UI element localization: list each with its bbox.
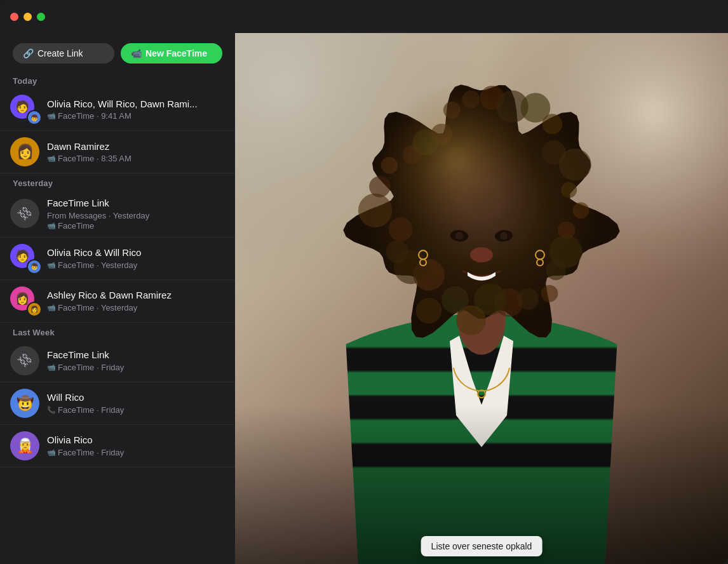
video-icon: 📹	[47, 363, 56, 372]
call-time: FaceTime · Yesterday	[58, 303, 137, 312]
avatar-link: ⛓	[10, 346, 39, 375]
new-facetime-label: New FaceTime	[145, 48, 207, 58]
list-item[interactable]: 🤠 Will Rico 📞 FaceTime · Friday	[0, 382, 235, 425]
list-item[interactable]: 🧑 👦 Olivia Rico & Will Rico 📹 FaceTime ·…	[0, 238, 235, 280]
video-icon: 📹	[47, 448, 56, 457]
call-type: FaceTime	[58, 221, 94, 231]
create-link-label: Create Link	[37, 48, 83, 58]
call-time: FaceTime · Yesterday	[58, 260, 137, 270]
call-list: Today 🧑 👦 Olivia Rico, Will Rico, Dawn R…	[0, 71, 235, 564]
list-item[interactable]: ⛓ FaceTime Link 📹 FaceTime · Friday	[0, 340, 235, 382]
call-meta: From Messages · Yesterday	[47, 211, 225, 220]
call-meta: 📹 FaceTime · Friday	[47, 448, 225, 457]
video-icon: 📹	[47, 112, 56, 120]
call-meta-line2: 📹 FaceTime	[47, 221, 225, 231]
phone-icon: 📞	[47, 406, 56, 414]
call-time: FaceTime · 9:41 AM	[58, 111, 131, 121]
call-info: FaceTime Link 📹 FaceTime · Friday	[47, 349, 225, 372]
call-meta: 📞 FaceTime · Friday	[47, 405, 225, 415]
list-item[interactable]: 👩 👩 Ashley Rico & Dawn Ramirez 📹 FaceTim…	[0, 280, 235, 323]
avatar-group: 👩 👩	[10, 286, 39, 316]
facetime-photo-canvas	[235, 33, 728, 564]
avatar-small: 👦	[27, 259, 42, 274]
call-time: FaceTime · Friday	[58, 363, 124, 372]
avatar-group: 🧑 👦	[10, 244, 39, 273]
avatar-link: ⛓	[10, 199, 39, 228]
minimize-button[interactable]	[24, 13, 32, 21]
list-item[interactable]: ⛓ FaceTime Link From Messages · Yesterda…	[0, 191, 235, 238]
call-meta: 📹 FaceTime · Friday	[47, 363, 225, 372]
avatar-group: 🧑 👦	[10, 95, 39, 124]
call-name: Ashley Rico & Dawn Ramirez	[47, 289, 225, 302]
new-facetime-button[interactable]: 📹 New FaceTime	[121, 43, 222, 64]
call-info: Ashley Rico & Dawn Ramirez 📹 FaceTime · …	[47, 289, 225, 312]
call-meta: 📹 FaceTime · 9:41 AM	[47, 111, 225, 121]
close-button[interactable]	[10, 13, 18, 21]
call-info: Olivia Rico & Will Rico 📹 FaceTime · Yes…	[47, 246, 225, 270]
tooltip-box: Liste over seneste opkald	[421, 536, 543, 556]
call-info: Olivia Rico 📹 FaceTime · Friday	[47, 434, 225, 457]
link-icon: ⛓	[15, 204, 34, 223]
avatar: 🧝	[10, 431, 39, 460]
call-info: FaceTime Link From Messages · Yesterday …	[47, 197, 225, 231]
video-icon: 📹	[47, 154, 56, 163]
link-icon: ⛓	[15, 351, 34, 370]
call-name: Will Rico	[47, 391, 225, 404]
sidebar-header: 🔗 Create Link 📹 New FaceTime	[0, 33, 235, 71]
call-info: Olivia Rico, Will Rico, Dawn Rami... 📹 F…	[47, 98, 225, 121]
call-name: Olivia Rico, Will Rico, Dawn Rami...	[47, 98, 225, 111]
list-item[interactable]: 👩 Dawn Ramirez 📹 FaceTime · 8:35 AM	[0, 131, 235, 173]
call-meta: 📹 FaceTime · Yesterday	[47, 260, 225, 270]
section-today: Today	[0, 71, 235, 88]
video-icon: 📹	[47, 304, 56, 312]
list-item[interactable]: 🧑 👦 Olivia Rico, Will Rico, Dawn Rami...…	[0, 88, 235, 131]
tooltip-text: Liste over seneste opkald	[431, 541, 532, 551]
facetime-window: 🔗 Create Link 📹 New FaceTime Today 🧑	[0, 0, 728, 564]
call-name: Olivia Rico & Will Rico	[47, 246, 225, 259]
maximize-button[interactable]	[37, 13, 45, 21]
video-icon: 📹	[47, 261, 56, 269]
list-item[interactable]: 🧝 Olivia Rico 📹 FaceTime · Friday	[0, 425, 235, 467]
call-time: FaceTime · Friday	[58, 405, 124, 415]
video-camera-icon: 📹	[131, 48, 142, 58]
video-icon: 📹	[47, 222, 56, 230]
title-bar	[0, 0, 728, 33]
call-meta: 📹 FaceTime · 8:35 AM	[47, 154, 225, 163]
call-info: Will Rico 📞 FaceTime · Friday	[47, 391, 225, 415]
call-time: FaceTime · 8:35 AM	[58, 154, 131, 163]
avatar-small: 👩	[27, 302, 42, 317]
avatar-small: 👦	[27, 110, 42, 125]
source-text: From Messages · Yesterday	[47, 211, 149, 220]
section-last-week: Last Week	[0, 323, 235, 340]
call-name: FaceTime Link	[47, 349, 225, 361]
create-link-button[interactable]: 🔗 Create Link	[13, 43, 114, 64]
call-name: Dawn Ramirez	[47, 140, 225, 153]
traffic-lights	[10, 13, 45, 21]
main-layout: 🔗 Create Link 📹 New FaceTime Today 🧑	[0, 33, 728, 564]
avatar: 👩	[10, 137, 39, 166]
tooltip-area: Liste over seneste opkald	[408, 528, 555, 564]
link-icon: 🔗	[23, 48, 34, 58]
call-time: FaceTime · Friday	[58, 448, 124, 457]
section-yesterday: Yesterday	[0, 173, 235, 191]
avatar: 🤠	[10, 389, 39, 418]
right-panel: Liste over seneste opkald	[235, 33, 728, 564]
call-info: Dawn Ramirez 📹 FaceTime · 8:35 AM	[47, 140, 225, 164]
call-name: Olivia Rico	[47, 434, 225, 446]
sidebar: 🔗 Create Link 📹 New FaceTime Today 🧑	[0, 33, 235, 564]
call-name: FaceTime Link	[47, 197, 225, 210]
call-meta: 📹 FaceTime · Yesterday	[47, 303, 225, 312]
